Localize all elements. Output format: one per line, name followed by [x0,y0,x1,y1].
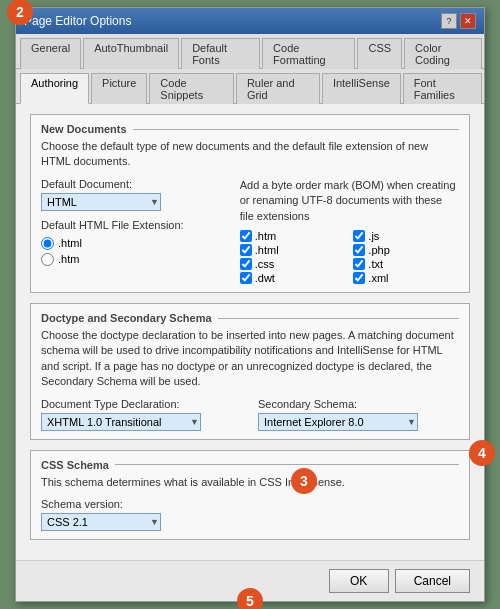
new-docs-layout: Default Document: HTML ▼ Default HTML Fi… [41,178,459,284]
secondary-schema-select[interactable]: Internet Explorer 8.0 [258,413,418,431]
cb-php-input[interactable] [353,244,365,256]
secondary-schema-wrapper: Internet Explorer 8.0 ▼ [258,413,418,431]
tab-color-coding[interactable]: Color Coding [404,38,482,69]
radio-htm-label: .htm [58,253,79,265]
badge-2: 2 [7,0,33,25]
default-doc-label: Default Document: [41,178,224,190]
cb-txt-input[interactable] [353,258,365,270]
help-button[interactable]: ? [441,13,457,29]
cb-php: .php [353,244,459,256]
tab-general[interactable]: General [20,38,81,69]
css-schema-section: CSS Schema This schema determines what i… [30,450,470,540]
title-bar-buttons: ? ✕ [441,13,476,29]
secondary-schema-label: Secondary Schema: [258,398,459,410]
close-button[interactable]: ✕ [460,13,476,29]
badge-4: 4 [469,440,495,466]
tab-default-fonts[interactable]: Default Fonts [181,38,260,69]
new-documents-section: New Documents Choose the default type of… [30,114,470,293]
doctype-two-col: Document Type Declaration: XHTML 1.0 Tra… [41,398,459,431]
css-schema-description: This schema determines what is available… [41,475,459,490]
default-doc-select[interactable]: HTML [41,193,161,211]
doctype-label: Doctype and Secondary Schema [41,312,459,324]
new-documents-description: Choose the default type of new documents… [41,139,459,170]
doc-type-label: Document Type Declaration: [41,398,242,410]
title-bar: Page Editor Options ? ✕ [16,8,484,34]
cb-txt-label: .txt [368,258,383,270]
cb-dwt: .dwt [240,272,346,284]
schema-version-select[interactable]: CSS 2.1 [41,513,161,531]
cb-js-label: .js [368,230,379,242]
cb-php-label: .php [368,244,389,256]
bom-description: Add a byte order mark (BOM) when creatin… [240,178,459,224]
schema-version-wrapper: CSS 2.1 ▼ [41,513,161,531]
content: New Documents Choose the default type of… [16,104,484,560]
dialog: Page Editor Options ? ✕ General AutoThum… [15,7,485,602]
cb-xml-label: .xml [368,272,388,284]
cb-js: .js [353,230,459,242]
cb-htm: .htm [240,230,346,242]
tab-font-families[interactable]: Font Families [403,73,482,104]
cb-dwt-label: .dwt [255,272,275,284]
tab-autothumbnail[interactable]: AutoThumbnail [83,38,179,69]
tab-css[interactable]: CSS [357,38,402,69]
tab-authoring[interactable]: Authoring [20,73,89,104]
cb-dwt-input[interactable] [240,272,252,284]
badge-3: 3 [291,468,317,494]
doctype-left: Document Type Declaration: XHTML 1.0 Tra… [41,398,242,431]
cb-js-input[interactable] [353,230,365,242]
doc-type-select[interactable]: XHTML 1.0 Transitional [41,413,201,431]
radio-html-label: .html [58,237,82,249]
right-col: Add a byte order mark (BOM) when creatin… [240,178,459,284]
dialog-wrapper: 2 3 4 5 Page Editor Options ? ✕ General … [15,7,485,602]
tab-ruler-grid[interactable]: Ruler and Grid [236,73,320,104]
cb-xml-input[interactable] [353,272,365,284]
checkbox-grid: .htm .js .html [240,230,459,284]
doctype-description: Choose the doctype declaration to be ins… [41,328,459,390]
cb-htm-label: .htm [255,230,276,242]
tab-intellisense[interactable]: IntelliSense [322,73,401,104]
cb-css-label: .css [255,258,275,270]
cb-html: .html [240,244,346,256]
cb-css: .css [240,258,346,270]
tab-code-formatting[interactable]: Code Formatting [262,38,355,69]
left-col: Default Document: HTML ▼ Default HTML Fi… [41,178,224,284]
doc-type-select-wrapper: XHTML 1.0 Transitional ▼ [41,413,201,431]
cb-css-input[interactable] [240,258,252,270]
schema-version-label: Schema version: [41,498,459,510]
ok-button[interactable]: OK [329,569,389,593]
cb-txt: .txt [353,258,459,270]
dialog-title: Page Editor Options [24,14,131,28]
tab-picture[interactable]: Picture [91,73,147,104]
cb-html-input[interactable] [240,244,252,256]
cb-xml: .xml [353,272,459,284]
ext-label: Default HTML File Extension: [41,219,224,231]
radio-html: .html [41,237,224,250]
radio-group: .html .htm [41,237,224,266]
doctype-right: Secondary Schema: Internet Explorer 8.0 … [258,398,459,431]
radio-html-input[interactable] [41,237,54,250]
ext-section: Default HTML File Extension: .html .htm [41,219,224,266]
radio-htm: .htm [41,253,224,266]
css-schema-label: CSS Schema [41,459,459,471]
tab-code-snippets[interactable]: Code Snippets [149,73,234,104]
cancel-button[interactable]: Cancel [395,569,470,593]
new-documents-label: New Documents [41,123,459,135]
tabs-row1: General AutoThumbnail Default Fonts Code… [16,34,484,69]
radio-htm-input[interactable] [41,253,54,266]
badge-5: 5 [237,588,263,609]
default-doc-select-wrapper: HTML ▼ [41,193,161,211]
cb-html-label: .html [255,244,279,256]
tabs-row2: Authoring Picture Code Snippets Ruler an… [16,69,484,104]
doctype-section: Doctype and Secondary Schema Choose the … [30,303,470,440]
cb-htm-input[interactable] [240,230,252,242]
